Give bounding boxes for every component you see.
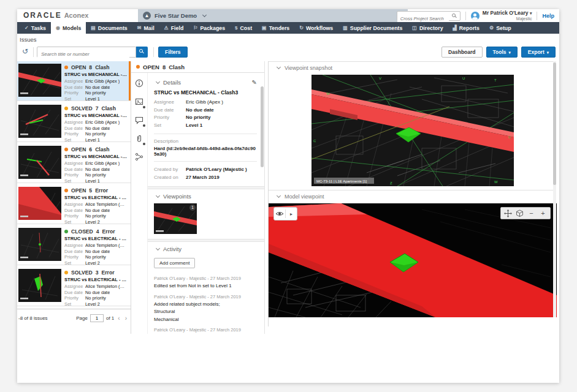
expand-toolbar-icon[interactable]: ▸ (286, 211, 297, 217)
edit-icon[interactable]: ✎ (252, 79, 257, 86)
search-icon (452, 13, 456, 17)
nav-tab-field[interactable]: ⚠Field (159, 22, 189, 34)
oracle-logo: ORACLE (23, 11, 62, 20)
chevron-down-icon (202, 12, 207, 17)
viewpoint-thumbnail[interactable]: 1 (154, 203, 197, 234)
mail-icon: ✉ (137, 25, 142, 31)
issue-number: 7 (96, 105, 99, 111)
viewpoints-icon[interactable] (135, 97, 143, 106)
help-link[interactable]: Help (542, 13, 554, 19)
issue-card[interactable]: SOLVED7Clash STRUC vs MECHANICAL - Clash… (17, 102, 131, 142)
comments-icon[interactable] (135, 116, 143, 124)
add-comment-button[interactable]: Add comment (154, 258, 195, 268)
created-by: Patrick O'Leary (Majestic ) (186, 166, 247, 174)
issue-number: 4 (96, 228, 99, 235)
refresh-icon[interactable]: ↺ (22, 47, 28, 56)
snapshot-section-header[interactable]: Viewpoint snapshot (269, 61, 556, 74)
page-input[interactable] (90, 314, 104, 322)
model-section-header[interactable]: Model viewpoint (269, 190, 556, 202)
detail-type: Clash (169, 64, 185, 70)
filters-button[interactable]: Filters (158, 47, 188, 58)
prev-page-button[interactable]: ‹ (117, 315, 121, 322)
user-avatar-icon (471, 12, 480, 20)
issue-card[interactable]: OPEN8Clash STRUC vs MECHANICAL - Clash3 … (17, 61, 131, 101)
nav-tab-documents[interactable]: ▤Documents (86, 22, 132, 34)
search-button[interactable] (136, 47, 148, 58)
nav-tab-cost[interactable]: $Cost (230, 22, 257, 34)
status-dot (64, 148, 68, 151)
packages-icon: ⚐ (193, 25, 197, 31)
project-avatar-icon: ▲ (143, 12, 151, 20)
user-org: Majestic (516, 17, 532, 21)
issue-status: OPEN (71, 187, 86, 194)
issue-thumbnail (18, 187, 61, 220)
nav-tab-supplier-documents[interactable]: ▥Supplier Documents (338, 22, 407, 34)
caret-down-icon: ▾ (509, 50, 511, 55)
issue-status: OPEN (71, 64, 86, 70)
orbit-icon[interactable] (514, 209, 525, 217)
dashboard-button[interactable]: Dashboard (441, 47, 482, 58)
tasks-icon: ✓ (25, 25, 29, 31)
nav-tab-workflows[interactable]: ↻Workflows (294, 22, 338, 34)
pan-icon[interactable] (502, 209, 514, 217)
nav-tab-reports[interactable]: ▟Reports (448, 22, 484, 34)
issue-card[interactable]: SOLVED3Error STRUC vs ELECTRICAL - Clash… (17, 266, 131, 306)
setup-icon: ⚙ (489, 25, 494, 31)
issue-search-input[interactable] (37, 50, 129, 59)
snapshot-label: MC-73-11 | L1E Apartments [1] (316, 179, 367, 183)
issue-search[interactable] (37, 47, 136, 58)
issue-number: 3 (96, 270, 99, 276)
right-panel-scrollbar[interactable] (553, 61, 556, 317)
created-on: 27 March 2019 (186, 174, 220, 182)
svg-text:W: W (494, 180, 498, 184)
list-footer: -8 of 8 issues Page of 1 ‹ › (17, 309, 131, 322)
attachments-icon[interactable] (135, 134, 143, 143)
activity-entry: Patrick O'Leary - Majestic - 27 March 20… (154, 294, 257, 323)
activity-meta: Patrick O'Leary - Majestic - 27 March 20… (154, 276, 257, 281)
global-actions: Mr Patrick O'Leary ▾ Majestic Help (397, 10, 554, 21)
status-dot (136, 65, 140, 69)
status-dot (64, 271, 68, 274)
info-icon[interactable] (135, 79, 143, 88)
issue-card[interactable]: OPEN6Clash STRUC vs MECHANICAL - Clash1 … (17, 143, 131, 183)
detail-number: 8 (162, 64, 166, 70)
tools-button[interactable]: Tools▾ (486, 47, 518, 58)
model-3d-viewport[interactable]: ▸ − + (269, 203, 557, 317)
viewpoints-section-header[interactable]: Viewpoints (154, 193, 257, 200)
activity-text: Mechanical (154, 317, 257, 323)
cross-project-search[interactable] (397, 11, 460, 21)
detail-due-date: No due date (186, 107, 214, 115)
field-icon: ⚠ (164, 25, 169, 31)
issue-thumbnail (18, 269, 61, 302)
nav-tab-models[interactable]: ◉Models (51, 22, 86, 34)
activity-text: Added related subject models; (154, 301, 257, 307)
eye-icon[interactable] (274, 211, 285, 217)
user-menu[interactable]: Mr Patrick O'Leary ▾ Majestic (471, 10, 532, 21)
project-selector[interactable]: ▲ Five Star Demo (138, 9, 408, 22)
nav-tab-packages[interactable]: ⚐Packages (188, 22, 230, 34)
svg-text:T: T (494, 78, 497, 82)
issue-type: Error (102, 228, 115, 235)
activity-section-header[interactable]: Activity (154, 246, 257, 252)
related-models-icon[interactable] (135, 153, 143, 161)
zoom-out-icon[interactable]: − (525, 209, 537, 217)
viewer-nav-toolbar: − + (500, 207, 551, 219)
nav-tab-tasks[interactable]: ✓Tasks (20, 22, 51, 34)
nav-tab-directory[interactable]: ◫Directory (407, 22, 448, 34)
details-section-header[interactable]: Details ✎ (154, 79, 257, 86)
nav-tab-tenders[interactable]: ▣Tenders (257, 22, 294, 34)
detail-scrollbar[interactable] (261, 86, 264, 167)
issue-status: CLOSED (71, 228, 93, 235)
nav-tab-mail[interactable]: ✉Mail (132, 22, 159, 34)
issue-card[interactable]: CLOSED4Error STRUC vs ELECTRICAL - Clash… (17, 225, 131, 265)
issue-thumbnail (18, 64, 61, 97)
zoom-in-icon[interactable]: + (537, 209, 549, 217)
svg-text:W: W (326, 92, 330, 96)
svg-text:Z: Z (390, 181, 392, 185)
detail-assignee: Eric Gibb (Apex ) (186, 99, 223, 107)
export-button[interactable]: Export▾ (521, 47, 556, 58)
next-page-button[interactable]: › (124, 315, 128, 322)
activity-meta: Patrick O'Leary - Majestic - 27 March 20… (154, 327, 257, 333)
issue-card[interactable]: OPEN5Error STRUC vs ELECTRICAL - Clash4 … (17, 184, 131, 224)
nav-tab-setup[interactable]: ⚙Setup (484, 22, 516, 34)
